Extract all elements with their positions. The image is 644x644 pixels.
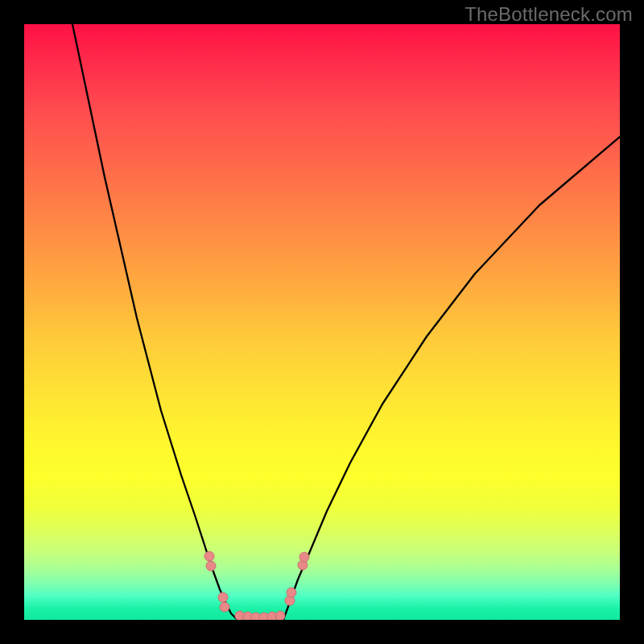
marker-dot [206,561,216,571]
watermark-text: TheBottleneck.com [464,3,633,26]
marker-dot [287,588,296,597]
marker-dot [275,611,285,620]
marker-dot [218,592,228,602]
curve-left-branch [72,24,237,620]
marker-dot [204,551,214,561]
marker-group [204,551,309,620]
curve-layer [24,24,620,620]
plot-area [24,24,620,620]
marker-dot [220,602,229,612]
marker-dot [299,552,309,562]
outer-frame: TheBottleneck.com [0,0,644,644]
curve-right-branch [283,137,620,620]
